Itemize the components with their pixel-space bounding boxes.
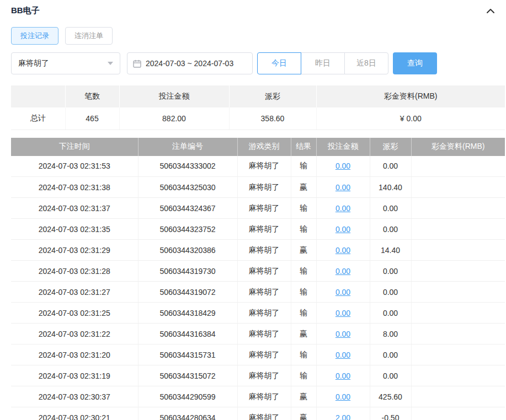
cell-game-type: 麻将胡了 (237, 344, 291, 365)
cell-payout: 0.00 (370, 156, 411, 177)
cell-game-type: 麻将胡了 (237, 198, 291, 219)
cell-bonus (411, 324, 505, 344)
summary-header-payout: 派彩 (229, 85, 316, 107)
cell-game-type: 麻将胡了 (237, 177, 291, 198)
summary-total-bonus: ¥ 0.00 (316, 107, 505, 130)
cell-order-number: 5060344280634 (138, 407, 237, 420)
bet-amount-link[interactable]: 0.00 (335, 330, 350, 338)
bet-amount-link[interactable]: 0.00 (335, 161, 350, 170)
col-header-order: 注单编号 (138, 138, 237, 156)
bet-amount-link[interactable]: 2.00 (335, 413, 350, 420)
cell-payout: 0.00 (370, 198, 411, 219)
summary-header-bonus: 彩金资料(RMB) (316, 85, 505, 107)
summary-header-blank (11, 85, 65, 107)
cell-result: 赢 (291, 407, 316, 420)
cell-order-number: 5060344324367 (138, 198, 237, 219)
cell-bonus (411, 386, 505, 407)
table-row: 2024-07-03 02:31:255060344318429麻将胡了输0.0… (11, 303, 505, 324)
cell-order-number: 5060344320386 (138, 240, 237, 261)
table-row: 2024-07-03 02:31:275060344319072麻将胡了输0.0… (11, 282, 505, 303)
game-select[interactable]: 麻将胡了 (11, 52, 120, 74)
cell-order-number: 5060344333002 (138, 156, 237, 177)
cell-result: 输 (291, 344, 316, 365)
cell-payout: 0.00 (370, 365, 411, 386)
cell-game-type: 麻将胡了 (237, 261, 291, 282)
bet-amount-link[interactable]: 0.00 (335, 204, 350, 213)
table-row: 2024-07-03 02:31:285060344319730麻将胡了输0.0… (11, 261, 505, 282)
summary-total-row: 总计 465 882.00 358.60 ¥ 0.00 (11, 107, 505, 130)
cell-bet-amount: 0.00 (316, 282, 370, 303)
quick-button-last8days[interactable]: 近8日 (344, 52, 388, 74)
date-range-input[interactable]: 2024-07-03 ~ 2024-07-03 (127, 52, 253, 74)
col-header-bet: 投注金额 (316, 138, 370, 156)
cell-order-number: 5060344319072 (138, 282, 237, 303)
cell-order-number: 5060344315072 (138, 365, 237, 386)
cell-bet-amount: 2.00 (316, 407, 370, 420)
cell-bet-amount: 0.00 (316, 219, 370, 240)
cell-bonus (411, 261, 505, 282)
tabs-bar: 投注记录 连消注单 (11, 27, 505, 45)
summary-header-count: 笔数 (65, 85, 119, 107)
quick-button-yesterday[interactable]: 昨日 (301, 52, 345, 74)
chevron-up-icon[interactable] (486, 8, 495, 14)
calendar-icon (133, 60, 141, 68)
tab-cancelled-orders[interactable]: 连消注单 (65, 27, 113, 45)
page-title: BB电子 (11, 6, 40, 16)
cell-bonus (411, 303, 505, 324)
bet-amount-link[interactable]: 0.00 (335, 267, 350, 276)
game-select-value: 麻将胡了 (18, 58, 49, 68)
summary-total-bet: 882.00 (119, 107, 229, 130)
tab-bet-records[interactable]: 投注记录 (11, 27, 58, 45)
cell-game-type: 麻将胡了 (237, 219, 291, 240)
records-header-row: 下注时间 注单编号 游戏类别 结果 投注金额 派彩 彩金资料(RMB) (11, 138, 505, 156)
cell-bet-amount: 0.00 (316, 177, 370, 198)
bet-amount-link[interactable]: 0.00 (335, 288, 350, 297)
bet-amount-link[interactable]: 0.00 (335, 183, 350, 192)
cell-game-type: 麻将胡了 (237, 240, 291, 261)
cell-payout: 0.00 (370, 344, 411, 365)
bet-amount-link[interactable]: 0.00 (335, 371, 350, 380)
chevron-down-icon (108, 62, 113, 65)
table-row: 2024-07-03 02:31:295060344320386麻将胡了赢0.0… (11, 240, 505, 261)
summary-table: 笔数 投注金额 派彩 彩金资料(RMB) 总计 465 882.00 358.6… (11, 85, 505, 130)
search-button[interactable]: 查询 (393, 52, 437, 74)
col-header-time: 下注时间 (11, 138, 138, 156)
cell-bet-amount: 0.00 (316, 198, 370, 219)
bet-amount-link[interactable]: 0.00 (335, 392, 350, 401)
cell-result: 赢 (291, 240, 316, 261)
cell-payout: 8.00 (370, 324, 411, 344)
cell-game-type: 麻将胡了 (237, 324, 291, 344)
cell-bonus (411, 177, 505, 198)
panel-header: BB电子 (11, 0, 505, 20)
cell-bet-time: 2024-07-03 02:31:29 (11, 240, 138, 261)
cell-payout: 140.40 (370, 177, 411, 198)
cell-result: 输 (291, 219, 316, 240)
cell-bet-time: 2024-07-03 02:31:53 (11, 156, 138, 177)
quick-date-button-group: 今日 昨日 近8日 (257, 52, 388, 74)
cell-bonus (411, 365, 505, 386)
cell-bonus (411, 407, 505, 420)
cell-bet-amount: 0.00 (316, 344, 370, 365)
cell-payout: 14.40 (370, 240, 411, 261)
bet-amount-link[interactable]: 0.00 (335, 309, 350, 317)
cell-bet-amount: 0.00 (316, 261, 370, 282)
table-row: 2024-07-03 02:31:205060344315731麻将胡了输0.0… (11, 344, 505, 365)
cell-order-number: 5060344316384 (138, 324, 237, 344)
bet-amount-link[interactable]: 0.00 (335, 225, 350, 234)
bet-amount-link[interactable]: 0.00 (335, 351, 350, 359)
summary-header-bet: 投注金额 (119, 85, 229, 107)
cell-result: 输 (291, 198, 316, 219)
filter-bar: 麻将胡了 2024-07-03 ~ 2024-07-03 今日 昨日 近8日 查… (11, 52, 505, 74)
cell-game-type: 麻将胡了 (237, 407, 291, 420)
cell-bet-time: 2024-07-03 02:31:19 (11, 365, 138, 386)
cell-bet-time: 2024-07-03 02:31:20 (11, 344, 138, 365)
cell-bet-time: 2024-07-03 02:31:35 (11, 219, 138, 240)
cell-result: 赢 (291, 386, 316, 407)
cell-game-type: 麻将胡了 (237, 386, 291, 407)
cell-order-number: 5060344319730 (138, 261, 237, 282)
bet-amount-link[interactable]: 0.00 (335, 246, 350, 255)
quick-button-today[interactable]: 今日 (257, 52, 301, 74)
cell-order-number: 5060344325030 (138, 177, 237, 198)
cell-bonus (411, 219, 505, 240)
cell-result: 输 (291, 156, 316, 177)
